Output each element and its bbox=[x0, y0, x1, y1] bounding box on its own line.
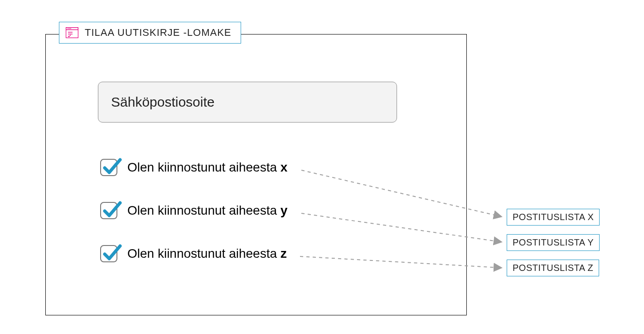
checkbox-x[interactable] bbox=[100, 159, 117, 176]
svg-point-3 bbox=[69, 28, 70, 29]
mailing-list-chip-x: POSTITUSLISTA X bbox=[507, 209, 600, 226]
mailing-list-chip-y: POSTITUSLISTA Y bbox=[507, 234, 600, 251]
checkbox-y[interactable] bbox=[100, 202, 117, 219]
check-icon bbox=[102, 200, 122, 220]
email-input[interactable] bbox=[98, 82, 397, 123]
svg-point-4 bbox=[70, 28, 71, 29]
checkbox-label-y: Olen kiinnostunut aiheesta y bbox=[127, 203, 287, 218]
mailing-list-chip-z: POSTITUSLISTA Z bbox=[507, 260, 599, 276]
check-icon bbox=[102, 157, 122, 177]
form-icon bbox=[66, 27, 78, 38]
checkbox-z[interactable] bbox=[100, 245, 117, 262]
checkbox-row-x: Olen kiinnostunut aiheesta x bbox=[100, 159, 287, 176]
checkbox-label-z: Olen kiinnostunut aiheesta z bbox=[127, 246, 287, 261]
form-title-text: TILAA UUTISKIRJE -LOMAKE bbox=[85, 27, 232, 39]
svg-rect-0 bbox=[66, 28, 78, 38]
checkbox-row-y: Olen kiinnostunut aiheesta y bbox=[100, 202, 287, 219]
svg-point-2 bbox=[68, 28, 68, 29]
form-title-badge: TILAA UUTISKIRJE -LOMAKE bbox=[59, 22, 241, 44]
checkbox-row-z: Olen kiinnostunut aiheesta z bbox=[100, 245, 287, 262]
checkbox-label-x: Olen kiinnostunut aiheesta x bbox=[127, 160, 287, 175]
check-icon bbox=[102, 243, 122, 263]
